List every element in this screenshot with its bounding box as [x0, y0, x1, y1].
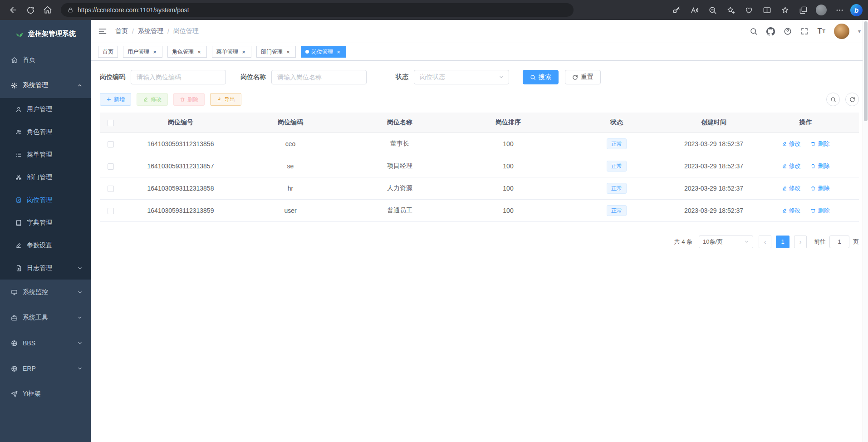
sidebar: 意框架管理系统 首页 系统管理 用户管理 角色管理 菜单管理 — [0, 20, 91, 442]
row-delete-button[interactable]: 删除 — [810, 162, 829, 170]
row-edit-button[interactable]: 修改 — [782, 184, 801, 192]
sidebar-item-log-mgmt[interactable]: 日志管理 — [0, 257, 91, 280]
row-checkbox[interactable] — [108, 141, 114, 147]
export-button[interactable]: 导出 — [210, 93, 241, 106]
close-icon[interactable]: × — [196, 49, 202, 55]
breadcrumb-current: 岗位管理 — [173, 27, 199, 35]
sidebar-item-param-settings[interactable]: 参数设置 — [0, 234, 91, 257]
sidebar-item-yi-framework[interactable]: Yi框架 — [0, 381, 91, 407]
refresh-table-button[interactable] — [845, 93, 859, 106]
browser-essentials-icon[interactable] — [741, 3, 756, 17]
sidebar-toggle-icon[interactable] — [98, 27, 107, 36]
tab-menu-mgmt[interactable]: 菜单管理 × — [212, 46, 251, 58]
prev-page-button[interactable]: ‹ — [759, 236, 771, 248]
sidebar-item-label: 角色管理 — [27, 128, 52, 136]
tab-user-mgmt[interactable]: 用户管理 × — [123, 46, 162, 58]
page-size-value: 10条/页 — [703, 238, 723, 246]
zoom-icon[interactable] — [705, 3, 720, 17]
tab-post-mgmt[interactable]: 岗位管理 × — [301, 46, 346, 58]
row-delete-button[interactable]: 删除 — [810, 206, 829, 215]
sidebar-item-system-mgmt[interactable]: 系统管理 — [0, 73, 91, 98]
profile-icon[interactable] — [814, 3, 829, 17]
edit-button[interactable]: 修改 — [137, 93, 168, 106]
tab-role-mgmt[interactable]: 角色管理 × — [167, 46, 207, 58]
sidebar-item-bbs[interactable]: BBS — [0, 330, 91, 356]
sidebar-item-user-mgmt[interactable]: 用户管理 — [0, 98, 91, 121]
goto-page-input[interactable] — [829, 236, 849, 248]
main-area: 首页 系统管理 岗位管理 TT — [91, 20, 868, 442]
sidebar-item-system-tools[interactable]: 系统工具 — [0, 305, 91, 330]
post-name-input[interactable] — [271, 70, 367, 84]
table-toolbar: 新增 修改 删除 导出 — [100, 93, 859, 106]
bing-icon[interactable]: b — [850, 4, 863, 16]
back-icon[interactable] — [5, 2, 21, 18]
github-icon[interactable] — [766, 27, 775, 36]
row-delete-button[interactable]: 删除 — [810, 140, 829, 148]
sidebar-item-erp[interactable]: ERP — [0, 356, 91, 381]
sidebar-item-dept-mgmt[interactable]: 部门管理 — [0, 166, 91, 189]
font-size-icon[interactable]: TT — [817, 28, 825, 35]
add-button[interactable]: 新增 — [100, 93, 131, 106]
page-size-select[interactable]: 10条/页 — [699, 236, 753, 248]
scrollbar-track[interactable] — [863, 20, 868, 442]
select-all-checkbox[interactable] — [108, 120, 114, 126]
close-icon[interactable]: × — [335, 49, 342, 55]
row-checkbox[interactable] — [108, 163, 114, 170]
sidebar-item-role-mgmt[interactable]: 角色管理 — [0, 121, 91, 143]
next-page-button[interactable]: › — [794, 236, 807, 248]
key-icon[interactable] — [669, 3, 683, 17]
tab-home[interactable]: 首页 — [98, 46, 118, 58]
favorite-add-icon[interactable] — [723, 3, 738, 17]
browser-toolbar: https://ccnetcore.com:1101/system/post — [0, 0, 868, 20]
refresh-icon[interactable] — [23, 2, 38, 18]
read-aloud-icon[interactable] — [687, 3, 701, 17]
scrollbar-thumb[interactable] — [864, 21, 868, 121]
status-label: 状态 — [396, 73, 408, 81]
reset-button[interactable]: 重置 — [565, 70, 601, 84]
close-icon[interactable]: × — [240, 49, 247, 55]
cell-post-code: user — [240, 199, 341, 221]
page-number-1[interactable]: 1 — [776, 236, 790, 248]
sidebar-item-label: 系统监控 — [23, 288, 48, 296]
caret-down-icon[interactable]: ▾ — [858, 28, 861, 34]
sidebar-item-menu-mgmt[interactable]: 菜单管理 — [0, 143, 91, 166]
globe-icon — [11, 365, 18, 372]
post-code-input[interactable] — [131, 70, 226, 84]
favorites-icon[interactable] — [778, 3, 792, 17]
sidebar-item-dict-mgmt[interactable]: 字典管理 — [0, 211, 91, 234]
breadcrumb-system[interactable]: 系统管理 — [138, 27, 163, 35]
sidebar-item-system-monitor[interactable]: 系统监控 — [0, 280, 91, 305]
split-screen-icon[interactable] — [760, 3, 774, 17]
help-icon[interactable] — [784, 27, 792, 35]
row-delete-button[interactable]: 删除 — [810, 184, 829, 192]
sidebar-item-home[interactable]: 首页 — [0, 47, 91, 73]
sidebar-item-label: 日志管理 — [27, 264, 52, 272]
chevron-down-icon — [77, 366, 83, 371]
edit-icon — [782, 208, 787, 213]
sidebar-item-label: 菜单管理 — [27, 151, 52, 159]
delete-button[interactable]: 删除 — [173, 93, 205, 106]
show-search-button[interactable] — [826, 93, 840, 106]
row-edit-button[interactable]: 修改 — [782, 206, 801, 215]
collections-icon[interactable] — [796, 3, 810, 17]
row-checkbox[interactable] — [108, 208, 114, 214]
sidebar-item-post-mgmt[interactable]: 岗位管理 — [0, 189, 91, 211]
search-icon[interactable] — [750, 27, 758, 35]
row-checkbox[interactable] — [108, 186, 114, 192]
row-edit-button[interactable]: 修改 — [782, 140, 801, 148]
fullscreen-icon[interactable] — [800, 27, 809, 35]
chevron-down-icon — [744, 239, 749, 244]
browser-actions: b — [669, 3, 863, 17]
home-icon[interactable] — [40, 2, 55, 18]
search-button[interactable]: 搜索 — [523, 70, 559, 84]
close-icon[interactable]: × — [152, 49, 158, 55]
tab-dept-mgmt[interactable]: 部门管理 × — [256, 46, 296, 58]
user-avatar[interactable] — [834, 24, 849, 39]
more-icon[interactable] — [832, 3, 847, 17]
post-name-label: 岗位名称 — [240, 73, 266, 81]
status-select[interactable]: 岗位状态 — [414, 70, 509, 84]
breadcrumb-home[interactable]: 首页 — [115, 27, 128, 35]
close-icon[interactable]: × — [285, 49, 291, 55]
row-edit-button[interactable]: 修改 — [782, 162, 801, 170]
address-bar[interactable]: https://ccnetcore.com:1101/system/post — [61, 3, 574, 17]
